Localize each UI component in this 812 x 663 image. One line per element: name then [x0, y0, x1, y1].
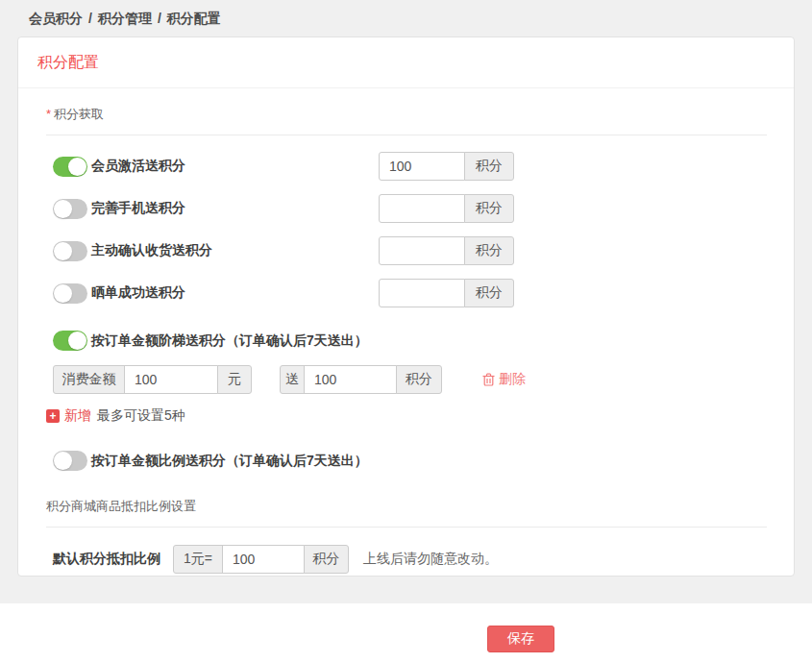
row-label: 晒单成功送积分	[91, 284, 185, 302]
deduction-ratio-label: 默认积分抵扣比例	[53, 551, 173, 568]
consume-amount-group: 消费金额 元	[53, 365, 252, 394]
toggle-knob	[54, 200, 72, 218]
toggle-member-activation[interactable]	[53, 157, 87, 177]
complete-phone-points-input[interactable]	[379, 194, 465, 223]
unit-addon: 积分	[464, 236, 514, 265]
section-divider	[46, 527, 767, 528]
delete-tier-link[interactable]: 删除	[482, 371, 526, 388]
toggle-knob	[54, 242, 72, 260]
toggle-row-confirm-receipt: 主动确认收货送积分 积分	[53, 236, 767, 265]
yuan-equals-prefix: 1元=	[173, 545, 223, 574]
toggle-confirm-receipt[interactable]	[53, 241, 87, 261]
deduction-ratio-group: 1元= 积分	[173, 545, 349, 574]
unit-addon: 积分	[464, 194, 514, 223]
member-activation-points-input[interactable]	[379, 152, 465, 181]
row-label: 完善手机送积分	[91, 200, 185, 217]
unit-addon: 积分	[464, 152, 514, 181]
add-tier-link[interactable]: + 新增	[46, 407, 91, 425]
breadcrumb-separator: /	[88, 11, 92, 26]
default-deduction-row: 默认积分抵扣比例 1元= 积分 上线后请勿随意改动。	[53, 545, 767, 574]
unit-addon: 积分	[464, 279, 514, 307]
max-tiers-hint: 最多可设置5种	[97, 407, 185, 425]
toggle-row-order-amount-ladder: 按订单金额阶梯送积分（订单确认后7天送出）	[53, 331, 767, 351]
points-addon: 积分	[304, 545, 349, 574]
required-asterisk: *	[46, 107, 51, 121]
consume-amount-input[interactable]	[124, 365, 218, 394]
points-input-group: 积分	[379, 279, 514, 307]
toggle-order-amount-ladder[interactable]	[53, 331, 87, 351]
row-label: 主动确认收货送积分	[91, 242, 212, 259]
toggle-row-complete-phone: 完善手机送积分 积分	[53, 194, 767, 223]
give-prefix: 送	[280, 365, 305, 394]
toggle-row-member-activation: 会员激活送积分 积分	[53, 152, 767, 181]
points-input-group: 积分	[379, 236, 514, 265]
toggle-knob	[54, 284, 72, 303]
give-points-input[interactable]	[304, 365, 397, 394]
section-divider	[46, 135, 767, 135]
toggle-row-order-amount-ratio: 按订单金额比例送积分（订单确认后7天送出）	[53, 451, 767, 471]
row-label: 会员激活送积分	[91, 158, 185, 175]
deduction-warning-text: 上线后请勿随意改动。	[363, 551, 498, 568]
breadcrumb-separator: /	[158, 11, 161, 26]
give-points-group: 送 积分	[280, 365, 442, 394]
add-label: 新增	[64, 407, 91, 425]
page-title: 积分配置	[37, 54, 99, 70]
plus-icon: +	[46, 409, 60, 423]
row-label: 按订单金额阶梯送积分（订单确认后7天送出）	[91, 332, 368, 350]
toggle-order-amount-ratio[interactable]	[53, 451, 87, 471]
add-tier-line: + 新增 最多可设置5种	[46, 407, 767, 425]
breadcrumb: 会员积分/积分管理/积分配置	[0, 0, 812, 37]
toggle-knob	[54, 452, 72, 470]
section-points-acquisition: *积分获取	[46, 106, 767, 123]
points-addon: 积分	[396, 365, 442, 394]
toggle-review-order[interactable]	[53, 283, 87, 304]
toggle-knob	[68, 332, 86, 350]
breadcrumb-item-points-management[interactable]: 积分管理	[98, 11, 152, 26]
yuan-addon: 元	[217, 365, 252, 394]
deduction-points-input[interactable]	[222, 545, 305, 574]
save-button[interactable]: 保存	[487, 626, 554, 652]
section-points-mall-deduction: 积分商城商品抵扣比例设置	[46, 498, 767, 515]
confirm-receipt-points-input[interactable]	[379, 236, 465, 265]
review-order-points-input[interactable]	[379, 279, 465, 307]
toggle-row-review-order: 晒单成功送积分 积分	[53, 279, 767, 307]
ladder-tier-row: 消费金额 元 送 积分 删除	[53, 365, 767, 394]
breadcrumb-item-points-config[interactable]: 积分配置	[167, 11, 221, 26]
points-input-group: 积分	[379, 194, 514, 223]
footer-bar: 保存	[0, 603, 812, 663]
panel-body: *积分获取 会员激活送积分 积分 完善手机送积分 积分 主动确认收货送积分	[18, 88, 794, 574]
row-label: 按订单金额比例送积分（订单确认后7天送出）	[91, 453, 368, 470]
points-input-group: 积分	[379, 152, 514, 181]
delete-label: 删除	[499, 371, 526, 388]
toggle-knob	[68, 158, 86, 176]
consume-amount-prefix: 消费金额	[53, 365, 125, 394]
breadcrumb-item-member-points[interactable]: 会员积分	[29, 11, 83, 26]
points-config-panel: 积分配置 *积分获取 会员激活送积分 积分 完善手机送积分 积分 主动确认收货送…	[17, 37, 795, 577]
trash-icon	[482, 373, 495, 386]
panel-header: 积分配置	[18, 37, 794, 88]
toggle-complete-phone[interactable]	[53, 199, 87, 219]
